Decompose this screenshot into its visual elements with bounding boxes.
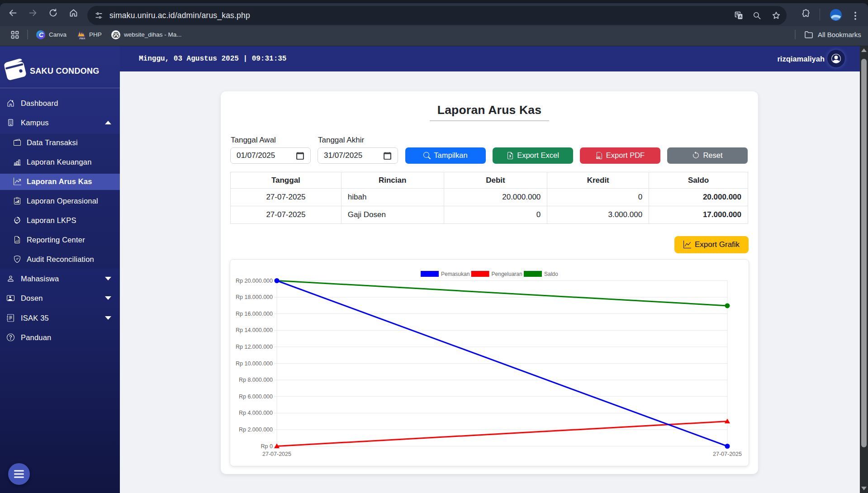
svg-text:Rp 14.000.000: Rp 14.000.000 (236, 327, 273, 333)
svg-text:PDF: PDF (597, 156, 601, 159)
svg-text:Rp 0: Rp 0 (261, 443, 273, 450)
svg-text:Rp 12.000.000: Rp 12.000.000 (236, 344, 273, 350)
svg-text:27-07-2025: 27-07-2025 (262, 451, 291, 457)
svg-text:Rp 16.000.000: Rp 16.000.000 (236, 311, 273, 317)
svg-text:Pengeluaran: Pengeluaran (492, 271, 522, 277)
svg-text:Rp 20.000.000: Rp 20.000.000 (236, 278, 273, 284)
svg-text:Rp 4.000.000: Rp 4.000.000 (239, 410, 273, 416)
svg-text:Rp 8.000.000: Rp 8.000.000 (239, 377, 273, 383)
svg-text:27-07-2025: 27-07-2025 (713, 451, 742, 457)
svg-text:Rp 2.000.000: Rp 2.000.000 (239, 427, 273, 433)
svg-text:PMA: PMA (79, 37, 85, 40)
svg-text:Pemasukan: Pemasukan (441, 271, 470, 277)
svg-text:Rp 6.000.000: Rp 6.000.000 (239, 393, 273, 400)
svg-text:Saldo: Saldo (544, 271, 558, 277)
svg-text:Rp 18.000.000: Rp 18.000.000 (236, 294, 273, 300)
svg-text:Rp 10.000.000: Rp 10.000.000 (236, 360, 273, 367)
